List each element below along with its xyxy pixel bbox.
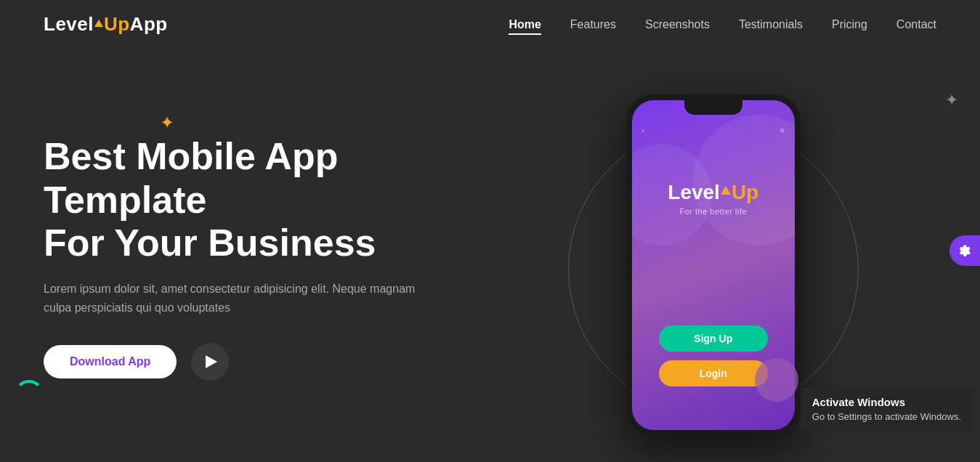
phone-logo: LevelUp: [668, 181, 758, 204]
nav-link-screenshots[interactable]: Screenshots: [645, 18, 710, 31]
nav-item-pricing[interactable]: Pricing: [832, 18, 867, 31]
phone-back-icon: ‹: [642, 126, 644, 134]
phone-logo-area: LevelUp For the better life: [668, 181, 758, 216]
nav-link-home[interactable]: Home: [509, 18, 540, 35]
activate-title: Activate Windows: [812, 396, 961, 408]
nav-item-screenshots[interactable]: Screenshots: [645, 18, 710, 31]
nav-item-testimonials[interactable]: Testimonials: [739, 18, 803, 31]
hero-description: Lorem ipsum dolor sit, amet consectetur …: [44, 280, 421, 317]
hero-section: ✦ ✦ Best Mobile App Template For Your Bu…: [0, 49, 980, 453]
download-app-button[interactable]: Download App: [44, 345, 177, 378]
logo-text-up: Up: [104, 13, 130, 36]
activate-circle-deco: [755, 358, 798, 402]
hero-title-line2: For Your Business: [44, 222, 376, 264]
loader-ring: [15, 380, 44, 409]
activate-body: Go to Settings to activate Windows.: [812, 411, 961, 422]
play-icon: [206, 355, 217, 368]
nav-link-testimonials[interactable]: Testimonials: [739, 18, 803, 31]
logo-text-prefix: Level: [44, 13, 94, 36]
phone-login-button[interactable]: Login: [659, 360, 768, 386]
hero-left: Best Mobile App Template For Your Busine…: [44, 135, 490, 381]
nav-link-features[interactable]: Features: [570, 18, 616, 31]
nav-link-contact[interactable]: Contact: [896, 18, 936, 31]
logo-arrow-icon: [94, 20, 103, 27]
play-button[interactable]: [191, 343, 229, 381]
phone-logo-up: Up: [732, 181, 758, 204]
logo-text-suffix: App: [130, 13, 168, 36]
navbar: LevelUp App Home Features Screenshots Te…: [0, 0, 980, 49]
deco-star-right: ✦: [945, 92, 958, 108]
nav-item-contact[interactable]: Contact: [896, 18, 936, 31]
hero-title-line1: Best Mobile App Template: [44, 135, 338, 221]
phone-logo-arrow-icon: [721, 186, 731, 195]
phone-notch: [684, 100, 742, 115]
deco-star-left: ✦: [160, 114, 174, 131]
settings-button[interactable]: [949, 235, 980, 266]
logo[interactable]: LevelUp App: [44, 13, 168, 36]
nav-link-pricing[interactable]: Pricing: [832, 18, 867, 31]
nav-item-home[interactable]: Home: [509, 18, 540, 31]
nav-item-features[interactable]: Features: [570, 18, 616, 31]
phone-tagline: For the better life: [679, 207, 747, 216]
phone-logo-prefix: Level: [668, 181, 720, 204]
hero-title: Best Mobile App Template For Your Busine…: [44, 135, 490, 265]
activate-windows-overlay: Activate Windows Go to Settings to activ…: [801, 387, 973, 431]
phone-signup-button[interactable]: Sign Up: [659, 325, 768, 352]
nav-links: Home Features Screenshots Testimonials P…: [509, 18, 936, 31]
gear-icon: [958, 244, 971, 257]
hero-actions: Download App: [44, 343, 490, 381]
